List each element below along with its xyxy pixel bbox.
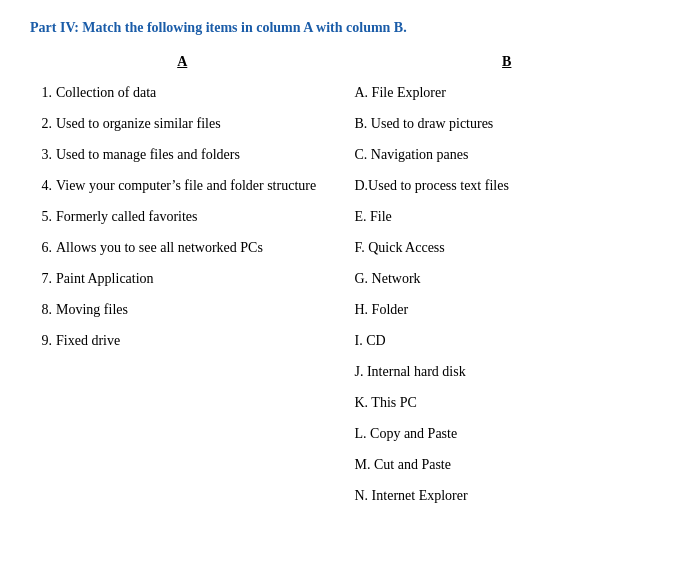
item-number: 2.: [30, 113, 52, 134]
list-item: 2.Used to organize similar files: [30, 113, 335, 134]
column-b-header: B: [355, 54, 660, 70]
option-item: L. Copy and Paste: [355, 423, 660, 444]
column-a: A 1.Collection of data2.Used to organize…: [30, 54, 345, 516]
item-number: 5.: [30, 206, 52, 227]
list-item: 9.Fixed drive: [30, 330, 335, 351]
option-item: J. Internal hard disk: [355, 361, 660, 382]
item-number: 7.: [30, 268, 52, 289]
item-text: Used to manage files and folders: [56, 144, 335, 165]
option-item: N. Internet Explorer: [355, 485, 660, 506]
list-item: 6.Allows you to see all networked PCs: [30, 237, 335, 258]
option-item: H. Folder: [355, 299, 660, 320]
list-item: 5.Formerly called favorites: [30, 206, 335, 227]
item-number: 1.: [30, 82, 52, 103]
item-number: 6.: [30, 237, 52, 258]
item-text: Paint Application: [56, 268, 335, 289]
option-item: M. Cut and Paste: [355, 454, 660, 475]
option-item: F. Quick Access: [355, 237, 660, 258]
item-text: Fixed drive: [56, 330, 335, 351]
list-item: 1.Collection of data: [30, 82, 335, 103]
item-text: Allows you to see all networked PCs: [56, 237, 335, 258]
item-number: 3.: [30, 144, 52, 165]
option-item: G. Network: [355, 268, 660, 289]
column-b-list: A. File ExplorerB. Used to draw pictures…: [355, 82, 660, 506]
column-b: B A. File ExplorerB. Used to draw pictur…: [345, 54, 660, 516]
list-item: 4.View your computer’s file and folder s…: [30, 175, 335, 196]
option-item: D.Used to process text files: [355, 175, 660, 196]
option-item: E. File: [355, 206, 660, 227]
column-a-header: A: [30, 54, 335, 70]
item-text: Collection of data: [56, 82, 335, 103]
list-item: 7.Paint Application: [30, 268, 335, 289]
option-item: I. CD: [355, 330, 660, 351]
item-text: Moving files: [56, 299, 335, 320]
list-item: 8.Moving files: [30, 299, 335, 320]
item-number: 8.: [30, 299, 52, 320]
option-item: A. File Explorer: [355, 82, 660, 103]
option-item: C. Navigation panes: [355, 144, 660, 165]
item-text: Formerly called favorites: [56, 206, 335, 227]
item-number: 9.: [30, 330, 52, 351]
item-text: Used to organize similar files: [56, 113, 335, 134]
part-header: Part IV: Match the following items in co…: [30, 20, 659, 36]
option-item: K. This PC: [355, 392, 660, 413]
column-a-list: 1.Collection of data2.Used to organize s…: [30, 82, 335, 351]
list-item: 3.Used to manage files and folders: [30, 144, 335, 165]
option-item: B. Used to draw pictures: [355, 113, 660, 134]
item-number: 4.: [30, 175, 52, 196]
item-text: View your computer’s file and folder str…: [56, 175, 335, 196]
